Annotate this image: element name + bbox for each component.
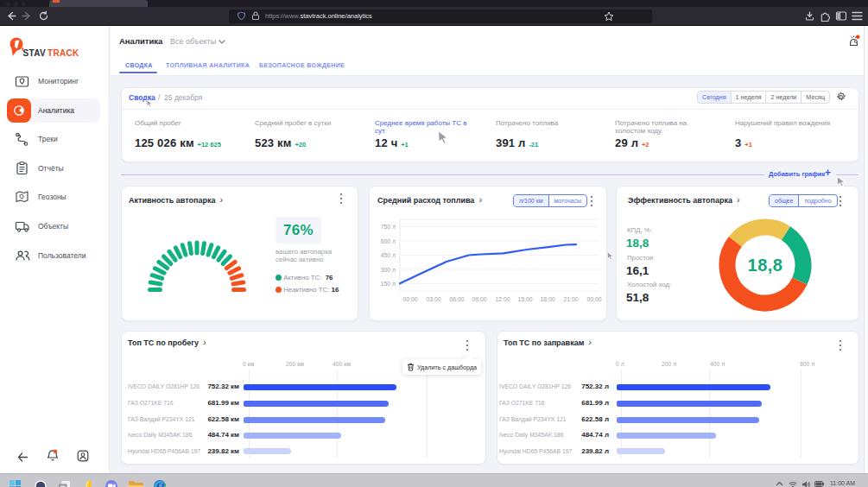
svg-text:00:00: 00:00: [402, 296, 417, 302]
svg-text:STAV: STAV: [23, 48, 46, 58]
svg-text:09:00: 09:00: [472, 296, 486, 302]
svg-text:03:00: 03:00: [426, 296, 440, 302]
svg-text:300 л: 300 л: [381, 267, 396, 273]
svg-text:450 л: 450 л: [381, 252, 396, 258]
svg-text:750 л: 750 л: [381, 224, 396, 230]
svg-text:00:00: 00:00: [586, 296, 601, 302]
svg-text:TRACK: TRACK: [48, 48, 79, 58]
svg-text:600 л: 600 л: [381, 238, 396, 244]
svg-text:150 л: 150 л: [381, 281, 396, 287]
svg-text:12:00: 12:00: [495, 296, 510, 302]
svg-text:15:00: 15:00: [517, 296, 532, 302]
svg-text:21:00: 21:00: [563, 296, 578, 302]
svg-text:18:00: 18:00: [540, 296, 554, 302]
svg-text:06:00: 06:00: [449, 296, 464, 302]
